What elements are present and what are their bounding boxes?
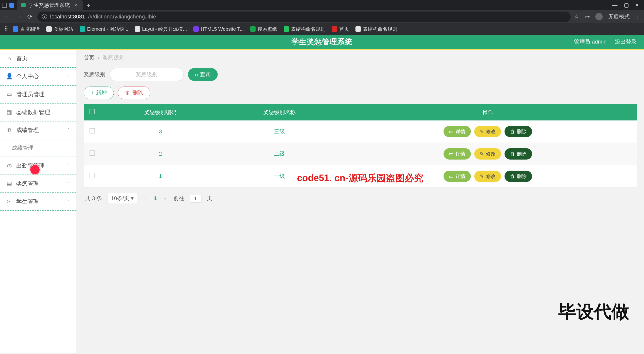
search-label: 查询 xyxy=(200,71,211,78)
bookmark-label: Layui - 经典开源模... xyxy=(142,26,187,32)
bookmark-item[interactable]: 百度翻译 xyxy=(11,25,42,33)
col-header: 奖惩级别名称 xyxy=(220,104,339,120)
row-checkbox[interactable] xyxy=(90,173,95,178)
new-tab-button[interactable]: + xyxy=(83,1,94,9)
cell-name: 一级 xyxy=(220,165,339,188)
user-label[interactable]: 管理员 admin xyxy=(574,38,606,45)
cell-code: 1 xyxy=(101,165,220,188)
sidebar-item-首页[interactable]: ⌂首页 xyxy=(0,50,76,68)
page-size-select[interactable]: 10条/页 ▾ xyxy=(107,193,137,204)
bookmark-label: 表结构命名规则 xyxy=(363,26,397,32)
home-icon: ⌂ xyxy=(6,55,12,61)
sidebar-item-成绩管理[interactable]: ⧉成绩管理˄ xyxy=(0,121,76,139)
pager-total: 共 3 条 xyxy=(85,195,102,202)
back-icon[interactable]: ← xyxy=(4,13,11,21)
reload-icon[interactable]: ⟳ xyxy=(26,13,34,21)
incognito-label: 无痕模式 xyxy=(608,13,630,20)
main-content: 首页 / 奖惩级别 奖惩级别 ⌕ 查询 + 新增 🗑 删除 奖惩级别编码奖惩级别… xyxy=(76,50,644,353)
sidebar-item-基础数据管理[interactable]: ▦基础数据管理˅ xyxy=(0,103,76,121)
key-icon[interactable]: ⊶ xyxy=(584,13,590,20)
sidebar-item-label: 奖惩管理 xyxy=(16,180,39,188)
sidebar-item-奖惩管理[interactable]: ▤奖惩管理˅ xyxy=(0,175,76,193)
pencil-icon: ✎ xyxy=(480,129,484,134)
row-checkbox[interactable] xyxy=(90,150,95,156)
tab-title: 学生奖惩管理系统 xyxy=(28,2,70,8)
apps-icon[interactable]: ⠿ xyxy=(4,25,8,32)
incognito-avatar-icon[interactable] xyxy=(595,13,603,20)
chevron-down-icon: ˅ xyxy=(68,74,70,79)
row-delete-button[interactable]: 🗑删除 xyxy=(504,126,532,137)
bookmark-item[interactable]: HTML5 Website T... xyxy=(192,25,246,33)
next-page-icon[interactable]: › xyxy=(162,195,168,202)
sidebar-item-出勤率管理[interactable]: ◷出勤率管理˅ xyxy=(0,157,76,175)
star-icon[interactable]: ☆ xyxy=(574,13,579,20)
row-delete-button[interactable]: 🗑删除 xyxy=(504,148,532,160)
sidebar-item-label: 首页 xyxy=(16,54,28,62)
bookmark-item[interactable]: 表结构命名规则 xyxy=(354,25,399,33)
bookmark-label: 搜索壁纸 xyxy=(258,26,277,32)
delete-button[interactable]: 🗑 删除 xyxy=(118,86,150,99)
chevron-down-icon: ˅ xyxy=(68,181,70,187)
row-delete-button[interactable]: 🗑删除 xyxy=(504,171,532,182)
sidebar-item-成绩管理[interactable]: 成绩管理 xyxy=(0,139,76,157)
sidebar-item-学生管理[interactable]: ✂学生管理˅ xyxy=(0,193,76,211)
bookmark-item[interactable]: 表结构命名规则 xyxy=(282,25,328,33)
bookmark-favicon xyxy=(332,26,337,32)
app-menu-icon[interactable] xyxy=(2,3,7,8)
delete-label: 删除 xyxy=(132,89,143,97)
bookmark-item[interactable]: Layui - 经典开源模... xyxy=(133,25,189,33)
view-button[interactable]: ▭详情 xyxy=(444,171,471,182)
table-row: 3三级▭详情✎修改🗑删除 xyxy=(84,120,636,143)
cell-name: 三级 xyxy=(220,120,339,143)
cell-code: 2 xyxy=(101,143,220,165)
view-button[interactable]: ▭详情 xyxy=(444,148,471,160)
bookmark-favicon xyxy=(80,26,85,32)
maximize-icon[interactable]: ▢ xyxy=(624,2,629,8)
page-number[interactable]: 1 xyxy=(154,195,157,202)
crumb-current: 奖惩级别 xyxy=(103,54,124,61)
bookmarks-bar: ⠿百度翻译图标网站Element - 网站快...Layui - 经典开源模..… xyxy=(0,23,644,35)
chevron-down-icon: ˅ xyxy=(68,163,70,169)
crumb-home[interactable]: 首页 xyxy=(84,54,94,61)
info-icon[interactable]: ⓘ xyxy=(42,13,47,20)
chevron-down-icon: ˅ xyxy=(68,92,70,97)
search-button[interactable]: ⌕ 查询 xyxy=(188,68,218,81)
add-button[interactable]: + 新增 xyxy=(84,86,114,99)
bookmark-item[interactable]: Element - 网站快... xyxy=(78,25,130,33)
browser-chrome: 学生奖惩管理系统 × + — ▢ × ← → ⟳ ⓘ localhost:808… xyxy=(0,0,644,35)
close-window-icon[interactable]: × xyxy=(636,2,638,8)
app-title: 学生奖惩管理系统 xyxy=(292,37,352,47)
address-bar[interactable]: ⓘ localhost:8081/#/dictionaryJiangchengJ… xyxy=(38,11,571,22)
kebab-menu-icon[interactable]: ⋮ xyxy=(635,13,640,20)
edit-button[interactable]: ✎修改 xyxy=(474,171,501,182)
chevron-down-icon: ˅ xyxy=(68,110,70,115)
doc-icon: ▭ xyxy=(449,151,454,157)
data-table: 奖惩级别编码奖惩级别名称操作 3三级▭详情✎修改🗑删除2二级▭详情✎修改🗑删除1… xyxy=(84,104,636,188)
bookmark-favicon xyxy=(250,26,256,32)
prev-page-icon[interactable]: ‹ xyxy=(143,195,148,202)
edit-button[interactable]: ✎修改 xyxy=(474,126,501,137)
select-all-checkbox[interactable] xyxy=(90,109,95,114)
close-tab-icon[interactable]: × xyxy=(73,2,79,8)
row-checkbox[interactable] xyxy=(90,128,95,133)
goto-label: 前往 xyxy=(174,195,184,202)
bookmark-item[interactable]: 图标网站 xyxy=(44,25,75,33)
logout-link[interactable]: 退出登录 xyxy=(615,38,636,45)
col-header: 奖惩级别编码 xyxy=(101,104,220,120)
bookmark-item[interactable]: 首页 xyxy=(330,25,351,33)
minimize-icon[interactable]: — xyxy=(612,2,618,8)
browser-tab[interactable]: 学生奖惩管理系统 × xyxy=(17,0,83,10)
breadcrumb: 首页 / 奖惩级别 xyxy=(84,54,636,61)
goto-input[interactable] xyxy=(190,194,202,203)
edit-button[interactable]: ✎修改 xyxy=(474,148,501,160)
url-path: /#/dictionaryJiangchengJibie xyxy=(88,13,156,20)
filter-input[interactable] xyxy=(110,68,184,81)
forward-icon[interactable]: → xyxy=(15,13,23,21)
bookmark-label: 首页 xyxy=(339,26,349,32)
sidebar-item-管理员管理[interactable]: ▭管理员管理˅ xyxy=(0,85,76,103)
view-button[interactable]: ▭详情 xyxy=(444,126,471,137)
cell-code: 3 xyxy=(101,120,220,143)
sidebar-item-个人中心[interactable]: 👤个人中心˅ xyxy=(0,68,76,85)
bookmark-item[interactable]: 搜索壁纸 xyxy=(248,25,279,33)
sidebar-item-label: 成绩管理 xyxy=(16,126,39,134)
